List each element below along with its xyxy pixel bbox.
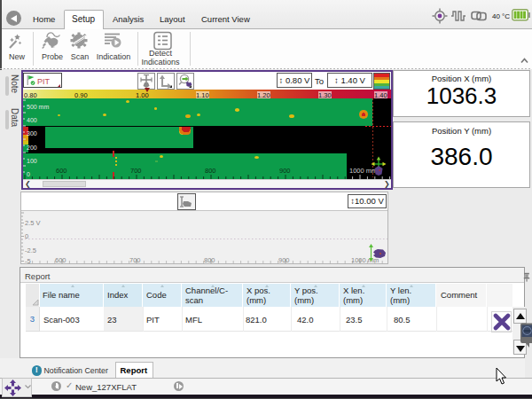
svg-text:-2.5: -2.5 xyxy=(25,246,36,254)
svg-text:2.5 V: 2.5 V xyxy=(25,219,41,227)
svg-text:200: 200 xyxy=(27,145,37,151)
svg-text:900: 900 xyxy=(278,256,290,263)
svg-text:600: 600 xyxy=(55,256,66,263)
svg-text:700: 700 xyxy=(130,167,142,175)
svg-text:600: 600 xyxy=(56,167,67,175)
svg-text:800: 800 xyxy=(204,256,215,263)
svg-text:-5: -5 xyxy=(25,257,31,263)
svg-text:500 mm: 500 mm xyxy=(27,104,49,110)
svg-text:700: 700 xyxy=(129,256,141,263)
svg-text:300: 300 xyxy=(27,130,37,137)
svg-text:800: 800 xyxy=(205,167,216,175)
svg-text:400: 400 xyxy=(27,117,37,123)
svg-text:900: 900 xyxy=(279,167,291,175)
svg-text:100: 100 xyxy=(27,158,37,164)
